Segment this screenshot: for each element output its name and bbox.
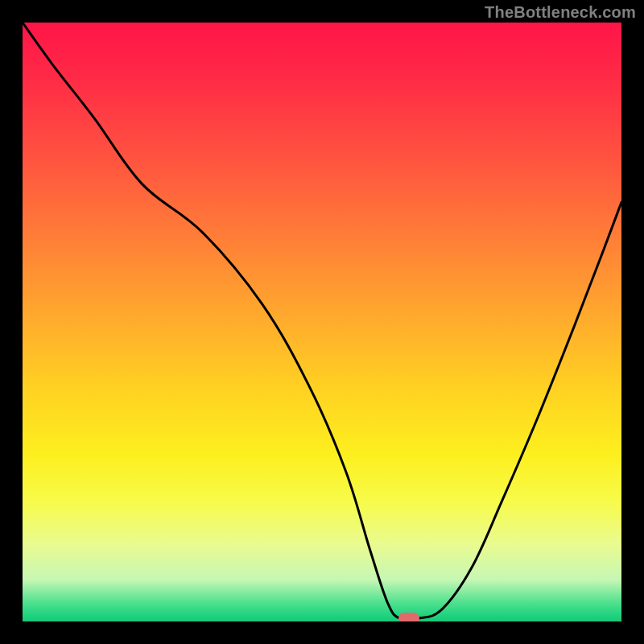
bottleneck-chart: TheBottleneck.com (0, 0, 644, 644)
optimal-point-marker (398, 613, 419, 621)
plot-area (23, 23, 621, 621)
attribution-label: TheBottleneck.com (485, 3, 636, 22)
curve-layer (23, 23, 621, 621)
bottleneck-curve-path (23, 23, 621, 620)
